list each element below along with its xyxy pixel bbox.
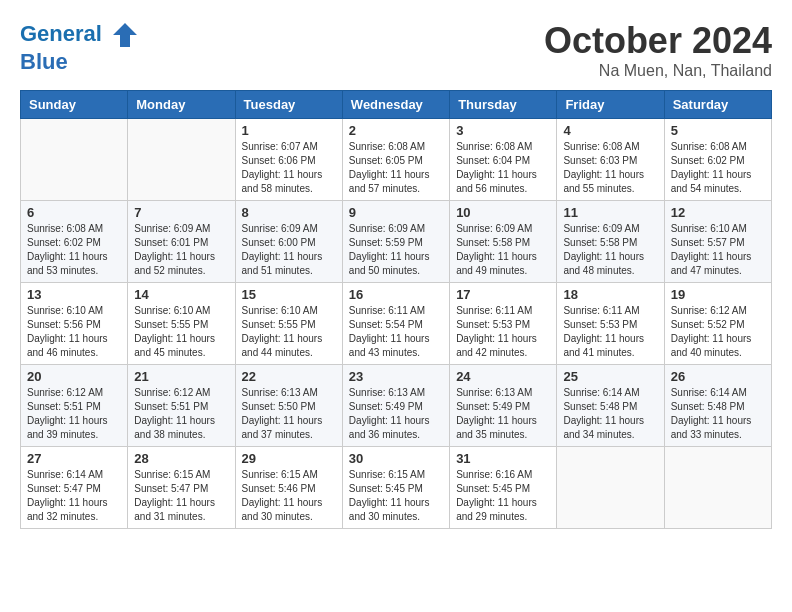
calendar-cell: 29Sunrise: 6:15 AMSunset: 5:46 PMDayligh… bbox=[235, 447, 342, 529]
day-info: Sunrise: 6:08 AMSunset: 6:02 PMDaylight:… bbox=[671, 140, 765, 196]
day-number: 22 bbox=[242, 369, 336, 384]
logo-general: General bbox=[20, 21, 102, 46]
weekday-wednesday: Wednesday bbox=[342, 91, 449, 119]
weekday-sunday: Sunday bbox=[21, 91, 128, 119]
day-info: Sunrise: 6:14 AMSunset: 5:48 PMDaylight:… bbox=[671, 386, 765, 442]
calendar-body: 1Sunrise: 6:07 AMSunset: 6:06 PMDaylight… bbox=[21, 119, 772, 529]
calendar-cell: 2Sunrise: 6:08 AMSunset: 6:05 PMDaylight… bbox=[342, 119, 449, 201]
calendar-cell: 11Sunrise: 6:09 AMSunset: 5:58 PMDayligh… bbox=[557, 201, 664, 283]
calendar-cell: 24Sunrise: 6:13 AMSunset: 5:49 PMDayligh… bbox=[450, 365, 557, 447]
day-info: Sunrise: 6:09 AMSunset: 6:01 PMDaylight:… bbox=[134, 222, 228, 278]
day-number: 26 bbox=[671, 369, 765, 384]
calendar-cell: 28Sunrise: 6:15 AMSunset: 5:47 PMDayligh… bbox=[128, 447, 235, 529]
day-number: 18 bbox=[563, 287, 657, 302]
day-number: 17 bbox=[456, 287, 550, 302]
day-info: Sunrise: 6:11 AMSunset: 5:54 PMDaylight:… bbox=[349, 304, 443, 360]
day-info: Sunrise: 6:15 AMSunset: 5:47 PMDaylight:… bbox=[134, 468, 228, 524]
calendar-week-3: 13Sunrise: 6:10 AMSunset: 5:56 PMDayligh… bbox=[21, 283, 772, 365]
day-number: 14 bbox=[134, 287, 228, 302]
day-info: Sunrise: 6:14 AMSunset: 5:47 PMDaylight:… bbox=[27, 468, 121, 524]
day-info: Sunrise: 6:11 AMSunset: 5:53 PMDaylight:… bbox=[563, 304, 657, 360]
day-info: Sunrise: 6:09 AMSunset: 6:00 PMDaylight:… bbox=[242, 222, 336, 278]
day-number: 11 bbox=[563, 205, 657, 220]
calendar-cell: 26Sunrise: 6:14 AMSunset: 5:48 PMDayligh… bbox=[664, 365, 771, 447]
day-number: 9 bbox=[349, 205, 443, 220]
day-number: 24 bbox=[456, 369, 550, 384]
location: Na Muen, Nan, Thailand bbox=[544, 62, 772, 80]
day-info: Sunrise: 6:15 AMSunset: 5:45 PMDaylight:… bbox=[349, 468, 443, 524]
day-number: 15 bbox=[242, 287, 336, 302]
day-info: Sunrise: 6:13 AMSunset: 5:50 PMDaylight:… bbox=[242, 386, 336, 442]
title-block: October 2024 Na Muen, Nan, Thailand bbox=[544, 20, 772, 80]
day-number: 27 bbox=[27, 451, 121, 466]
calendar-cell: 6Sunrise: 6:08 AMSunset: 6:02 PMDaylight… bbox=[21, 201, 128, 283]
calendar-cell: 1Sunrise: 6:07 AMSunset: 6:06 PMDaylight… bbox=[235, 119, 342, 201]
day-number: 12 bbox=[671, 205, 765, 220]
day-number: 29 bbox=[242, 451, 336, 466]
weekday-tuesday: Tuesday bbox=[235, 91, 342, 119]
day-info: Sunrise: 6:10 AMSunset: 5:56 PMDaylight:… bbox=[27, 304, 121, 360]
calendar-cell: 10Sunrise: 6:09 AMSunset: 5:58 PMDayligh… bbox=[450, 201, 557, 283]
calendar-cell bbox=[664, 447, 771, 529]
day-info: Sunrise: 6:12 AMSunset: 5:51 PMDaylight:… bbox=[134, 386, 228, 442]
day-number: 23 bbox=[349, 369, 443, 384]
day-info: Sunrise: 6:10 AMSunset: 5:55 PMDaylight:… bbox=[242, 304, 336, 360]
weekday-header-row: SundayMondayTuesdayWednesdayThursdayFrid… bbox=[21, 91, 772, 119]
day-number: 31 bbox=[456, 451, 550, 466]
day-number: 21 bbox=[134, 369, 228, 384]
day-info: Sunrise: 6:09 AMSunset: 5:58 PMDaylight:… bbox=[456, 222, 550, 278]
calendar-cell: 16Sunrise: 6:11 AMSunset: 5:54 PMDayligh… bbox=[342, 283, 449, 365]
day-info: Sunrise: 6:07 AMSunset: 6:06 PMDaylight:… bbox=[242, 140, 336, 196]
calendar-week-1: 1Sunrise: 6:07 AMSunset: 6:06 PMDaylight… bbox=[21, 119, 772, 201]
calendar-cell: 4Sunrise: 6:08 AMSunset: 6:03 PMDaylight… bbox=[557, 119, 664, 201]
day-info: Sunrise: 6:08 AMSunset: 6:04 PMDaylight:… bbox=[456, 140, 550, 196]
logo-blue: Blue bbox=[20, 49, 68, 74]
day-info: Sunrise: 6:14 AMSunset: 5:48 PMDaylight:… bbox=[563, 386, 657, 442]
calendar-cell bbox=[21, 119, 128, 201]
day-number: 13 bbox=[27, 287, 121, 302]
day-number: 25 bbox=[563, 369, 657, 384]
calendar-cell: 8Sunrise: 6:09 AMSunset: 6:00 PMDaylight… bbox=[235, 201, 342, 283]
calendar-cell: 14Sunrise: 6:10 AMSunset: 5:55 PMDayligh… bbox=[128, 283, 235, 365]
day-number: 7 bbox=[134, 205, 228, 220]
logo: General Blue bbox=[20, 20, 140, 74]
calendar-week-5: 27Sunrise: 6:14 AMSunset: 5:47 PMDayligh… bbox=[21, 447, 772, 529]
day-info: Sunrise: 6:08 AMSunset: 6:02 PMDaylight:… bbox=[27, 222, 121, 278]
day-info: Sunrise: 6:15 AMSunset: 5:46 PMDaylight:… bbox=[242, 468, 336, 524]
calendar-cell: 18Sunrise: 6:11 AMSunset: 5:53 PMDayligh… bbox=[557, 283, 664, 365]
day-number: 10 bbox=[456, 205, 550, 220]
weekday-thursday: Thursday bbox=[450, 91, 557, 119]
day-info: Sunrise: 6:09 AMSunset: 5:58 PMDaylight:… bbox=[563, 222, 657, 278]
weekday-friday: Friday bbox=[557, 91, 664, 119]
calendar-cell: 27Sunrise: 6:14 AMSunset: 5:47 PMDayligh… bbox=[21, 447, 128, 529]
calendar-week-2: 6Sunrise: 6:08 AMSunset: 6:02 PMDaylight… bbox=[21, 201, 772, 283]
calendar-cell: 31Sunrise: 6:16 AMSunset: 5:45 PMDayligh… bbox=[450, 447, 557, 529]
day-info: Sunrise: 6:10 AMSunset: 5:57 PMDaylight:… bbox=[671, 222, 765, 278]
day-number: 3 bbox=[456, 123, 550, 138]
calendar-cell: 5Sunrise: 6:08 AMSunset: 6:02 PMDaylight… bbox=[664, 119, 771, 201]
day-info: Sunrise: 6:13 AMSunset: 5:49 PMDaylight:… bbox=[456, 386, 550, 442]
calendar-cell: 3Sunrise: 6:08 AMSunset: 6:04 PMDaylight… bbox=[450, 119, 557, 201]
calendar-cell: 22Sunrise: 6:13 AMSunset: 5:50 PMDayligh… bbox=[235, 365, 342, 447]
calendar-cell bbox=[557, 447, 664, 529]
day-number: 30 bbox=[349, 451, 443, 466]
day-number: 2 bbox=[349, 123, 443, 138]
day-info: Sunrise: 6:08 AMSunset: 6:05 PMDaylight:… bbox=[349, 140, 443, 196]
weekday-monday: Monday bbox=[128, 91, 235, 119]
day-info: Sunrise: 6:09 AMSunset: 5:59 PMDaylight:… bbox=[349, 222, 443, 278]
calendar-cell: 9Sunrise: 6:09 AMSunset: 5:59 PMDaylight… bbox=[342, 201, 449, 283]
calendar-cell: 17Sunrise: 6:11 AMSunset: 5:53 PMDayligh… bbox=[450, 283, 557, 365]
calendar-week-4: 20Sunrise: 6:12 AMSunset: 5:51 PMDayligh… bbox=[21, 365, 772, 447]
calendar-cell: 20Sunrise: 6:12 AMSunset: 5:51 PMDayligh… bbox=[21, 365, 128, 447]
calendar-cell: 30Sunrise: 6:15 AMSunset: 5:45 PMDayligh… bbox=[342, 447, 449, 529]
day-number: 19 bbox=[671, 287, 765, 302]
day-number: 4 bbox=[563, 123, 657, 138]
day-info: Sunrise: 6:12 AMSunset: 5:51 PMDaylight:… bbox=[27, 386, 121, 442]
day-number: 8 bbox=[242, 205, 336, 220]
month-title: October 2024 bbox=[544, 20, 772, 62]
page-header: General Blue October 2024 Na Muen, Nan, … bbox=[20, 20, 772, 80]
day-number: 6 bbox=[27, 205, 121, 220]
day-number: 5 bbox=[671, 123, 765, 138]
calendar-header: SundayMondayTuesdayWednesdayThursdayFrid… bbox=[21, 91, 772, 119]
calendar-cell: 25Sunrise: 6:14 AMSunset: 5:48 PMDayligh… bbox=[557, 365, 664, 447]
